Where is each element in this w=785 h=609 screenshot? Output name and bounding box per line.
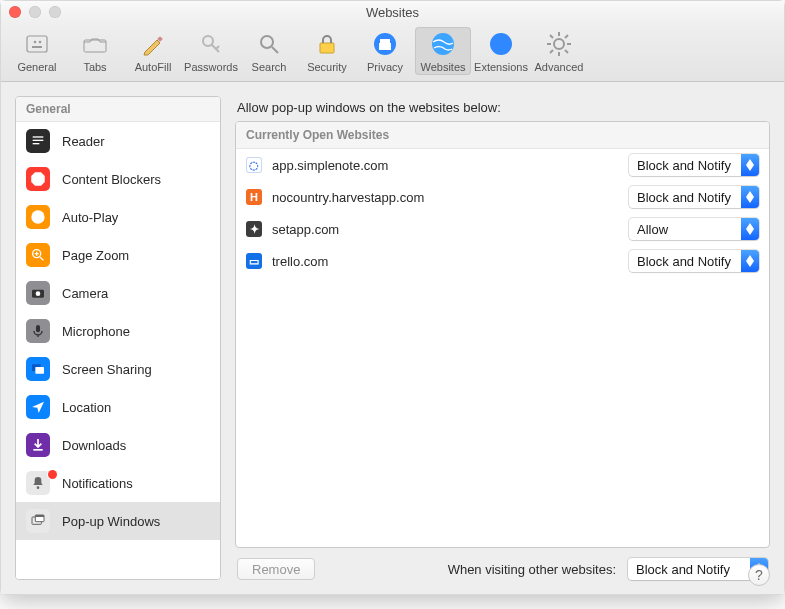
privacy-icon bbox=[370, 29, 400, 59]
svg-point-2 bbox=[39, 41, 42, 44]
other-websites-label: When visiting other websites: bbox=[448, 562, 616, 577]
site-favicon: H bbox=[246, 189, 262, 205]
svg-point-28 bbox=[36, 291, 41, 296]
chevron-updown-icon bbox=[741, 218, 759, 240]
website-row[interactable]: Hnocountry.harvestapp.comBlock and Notif… bbox=[236, 181, 769, 213]
window-controls bbox=[9, 6, 61, 18]
sidebar-item-notifications[interactable]: Notifications bbox=[16, 464, 220, 502]
sidebar-item-label: Notifications bbox=[62, 476, 133, 491]
sidebar-item-label: Page Zoom bbox=[62, 248, 129, 263]
site-setting-dropdown[interactable]: Allow bbox=[629, 218, 759, 240]
tab-advanced[interactable]: Advanced bbox=[531, 27, 587, 75]
website-row[interactable]: ▭trello.comBlock and Notify bbox=[236, 245, 769, 277]
svg-rect-36 bbox=[35, 515, 44, 517]
sidebar-item-label: Downloads bbox=[62, 438, 126, 453]
site-favicon: ✦ bbox=[246, 221, 262, 237]
footer-bar: Remove When visiting other websites: Blo… bbox=[235, 548, 770, 580]
tab-websites[interactable]: Websites bbox=[415, 27, 471, 75]
sidebar-item-reader[interactable]: Reader bbox=[16, 122, 220, 160]
tab-passwords[interactable]: Passwords bbox=[183, 27, 239, 75]
site-setting-dropdown[interactable]: Block and Notify bbox=[629, 250, 759, 272]
svg-rect-22 bbox=[33, 140, 44, 141]
key-icon bbox=[196, 29, 226, 59]
site-setting-value: Block and Notify bbox=[629, 250, 741, 272]
svg-rect-21 bbox=[33, 136, 44, 137]
sidebar-item-downloads[interactable]: Downloads bbox=[16, 426, 220, 464]
sidebar-item-label: Content Blockers bbox=[62, 172, 161, 187]
svg-point-1 bbox=[34, 41, 37, 44]
notification-badge bbox=[48, 470, 57, 479]
preferences-window: Websites General Tabs AutoFill Password bbox=[0, 0, 785, 595]
sidebar-item-location[interactable]: Location bbox=[16, 388, 220, 426]
mic-icon bbox=[26, 319, 50, 343]
tab-security[interactable]: Security bbox=[299, 27, 355, 75]
popup-icon bbox=[26, 509, 50, 533]
site-domain: nocountry.harvestapp.com bbox=[272, 190, 629, 205]
website-row[interactable]: ◌app.simplenote.comBlock and Notify bbox=[236, 149, 769, 181]
other-websites-dropdown[interactable]: Block and Notify bbox=[628, 558, 768, 580]
lock-icon bbox=[312, 29, 342, 59]
svg-point-33 bbox=[37, 486, 40, 489]
chevron-updown-icon bbox=[741, 186, 759, 208]
svg-line-18 bbox=[565, 50, 568, 53]
site-setting-dropdown[interactable]: Block and Notify bbox=[629, 154, 759, 176]
other-websites-value: Block and Notify bbox=[628, 558, 750, 580]
reader-icon bbox=[26, 129, 50, 153]
sidebar: General ReaderContent BlockersAuto-PlayP… bbox=[15, 96, 221, 580]
svg-marker-24 bbox=[31, 172, 45, 186]
sidebar-item-label: Auto-Play bbox=[62, 210, 118, 225]
svg-rect-8 bbox=[320, 43, 334, 53]
svg-rect-3 bbox=[32, 46, 42, 48]
sidebar-item-microphone[interactable]: Microphone bbox=[16, 312, 220, 350]
play-icon bbox=[26, 205, 50, 229]
site-setting-dropdown[interactable]: Block and Notify bbox=[629, 186, 759, 208]
svg-rect-31 bbox=[35, 367, 44, 374]
tab-extensions[interactable]: Extensions bbox=[473, 27, 529, 75]
tab-tabs[interactable]: Tabs bbox=[67, 27, 123, 75]
site-domain: setapp.com bbox=[272, 222, 629, 237]
preferences-toolbar: General Tabs AutoFill Passwords Search bbox=[1, 23, 784, 82]
svg-point-7 bbox=[261, 36, 273, 48]
tab-search[interactable]: Search bbox=[241, 27, 297, 75]
remove-button[interactable]: Remove bbox=[237, 558, 315, 580]
gear-icon bbox=[544, 29, 574, 59]
bell-icon bbox=[26, 471, 50, 495]
svg-line-17 bbox=[550, 35, 553, 38]
sidebar-item-camera[interactable]: Camera bbox=[16, 274, 220, 312]
website-row[interactable]: ✦setapp.comAllow bbox=[236, 213, 769, 245]
svg-point-11 bbox=[490, 33, 512, 55]
sidebar-item-label: Reader bbox=[62, 134, 105, 149]
sidebar-item-popups[interactable]: Pop-up Windows bbox=[16, 502, 220, 540]
tabs-icon bbox=[80, 29, 110, 59]
tab-general[interactable]: General bbox=[9, 27, 65, 75]
help-button[interactable]: ? bbox=[748, 564, 770, 586]
svg-rect-32 bbox=[33, 449, 42, 451]
site-setting-value: Allow bbox=[629, 218, 741, 240]
main-pane: Allow pop-up windows on the websites bel… bbox=[235, 96, 770, 580]
close-window-button[interactable] bbox=[9, 6, 21, 18]
zoom-window-button[interactable] bbox=[49, 6, 61, 18]
sidebar-item-auto-play[interactable]: Auto-Play bbox=[16, 198, 220, 236]
site-favicon: ▭ bbox=[246, 253, 262, 269]
section-currently-open: Currently Open Websites bbox=[236, 122, 769, 149]
location-icon bbox=[26, 395, 50, 419]
tab-autofill[interactable]: AutoFill bbox=[125, 27, 181, 75]
sidebar-item-label: Location bbox=[62, 400, 111, 415]
svg-line-19 bbox=[550, 50, 553, 53]
general-icon bbox=[22, 29, 52, 59]
site-domain: trello.com bbox=[272, 254, 629, 269]
sidebar-item-screen-sharing[interactable]: Screen Sharing bbox=[16, 350, 220, 388]
site-favicon: ◌ bbox=[246, 157, 262, 173]
svg-rect-23 bbox=[33, 143, 40, 144]
sidebar-item-label: Screen Sharing bbox=[62, 362, 152, 377]
chevron-updown-icon bbox=[741, 250, 759, 272]
minimize-window-button[interactable] bbox=[29, 6, 41, 18]
compass-icon bbox=[486, 29, 516, 59]
titlebar: Websites bbox=[1, 1, 784, 23]
sidebar-item-page-zoom[interactable]: Page Zoom bbox=[16, 236, 220, 274]
download-icon bbox=[26, 433, 50, 457]
blocker-icon bbox=[26, 167, 50, 191]
tab-privacy[interactable]: Privacy bbox=[357, 27, 413, 75]
pane-heading: Allow pop-up windows on the websites bel… bbox=[237, 100, 770, 115]
sidebar-item-content-blockers[interactable]: Content Blockers bbox=[16, 160, 220, 198]
